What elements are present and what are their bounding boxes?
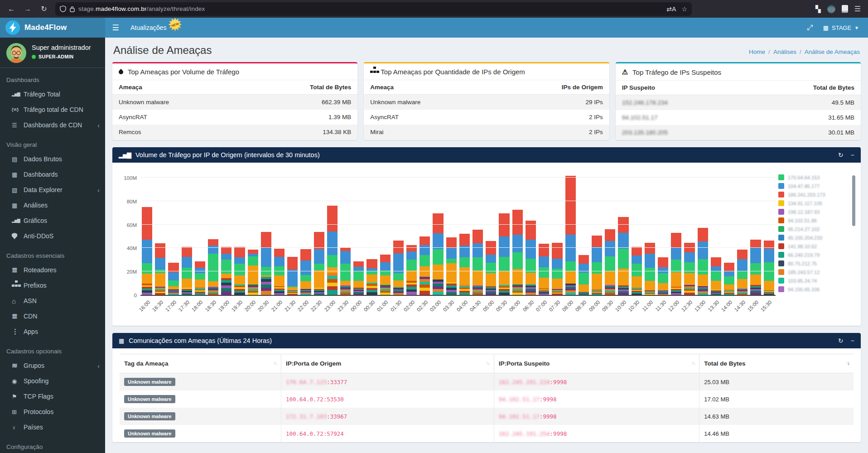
tracking-shield-icon[interactable] [60,5,66,12]
lock-icon[interactable] [70,6,75,12]
robot-extension-icon[interactable] [827,5,835,13]
collapse-icon[interactable]: − [851,337,854,344]
card-cell-name: Unknown malware [364,95,496,110]
legend-item[interactable]: 66.240.219.79 [778,252,850,258]
chart-bar-icon: ▂▅▇ [12,218,20,223]
browser-menu-icon[interactable]: ☰ [854,5,861,13]
legend-label: 198.12.187.93 [788,209,820,215]
url-text[interactable]: stage.made4flow.com.br/analyze/threat/in… [78,5,663,12]
chart-plot: 020M40M60M80M100M [140,173,776,296]
bar-segment [261,248,271,266]
bar-segment-other [327,286,338,290]
breadcrumb-home[interactable]: Home [749,48,765,55]
forward-icon[interactable]: → [21,3,34,15]
stacked-bar-15:00 [750,240,761,295]
legend-item[interactable]: 186.241.203.173 [778,192,850,198]
bar-segment-other [565,293,576,295]
table-row: Unknown malware100.64.0.72:57924162.245.… [120,425,854,442]
sidebar-item-dados-brutos[interactable]: ▤Dados Brutos [0,151,105,167]
legend-label: 94.156.65.106 [788,287,820,292]
legend-item[interactable]: 134.91.117.109 [778,200,850,206]
sidebar-toggle-icon[interactable]: ☰ [105,18,126,38]
brand-logo[interactable]: Made4Flow [0,18,105,38]
comms-column-header[interactable]: IP:Porta Suspeito↑↓ [494,354,699,373]
legend-item[interactable]: 94.156.65.106 [778,286,850,292]
sidebar-item-an-lises[interactable]: ▦Análises [0,198,105,213]
sidebar-item-dashboards-de-cdn[interactable]: ☰Dashboards de CDN‹ [0,117,105,133]
sidebar-item-label: Roteadores [24,266,56,274]
comms-column-header[interactable]: Tag da Ameaça↑↓ [120,354,281,373]
sidebar-item-dashboards[interactable]: ▦Dashboards [0,167,105,182]
sidebar-item-anti-ddos[interactable]: Anti-DDoS [0,228,105,244]
bar-segment-other [724,294,734,295]
sidebar-item-pa-ses[interactable]: ♁Países [0,419,105,435]
sidebar-item-gr-ficos[interactable]: ▂▅▇Gráficos [0,213,105,228]
bar-segment [737,271,747,279]
comms-column-header[interactable]: Total de Bytes↑↓ [699,354,854,373]
sidebar-item-prefixos[interactable]: Prefixos [0,278,105,293]
sidebar-item-apps[interactable]: ⋮Apps [0,324,105,339]
sidebar-item-data-explorer[interactable]: ▧Data Explorer‹ [0,182,105,198]
stacked-bar-07:30 [552,243,562,295]
sidebar-item-tr-fego-total[interactable]: ▂▅▇Tráfego Total [0,87,105,102]
legend-label: 95.214.27.102 [788,226,820,232]
sidebar-item-cdn[interactable]: ≣CDN [0,308,105,324]
bar-segment [711,271,721,281]
bar-segment [645,243,655,254]
legend-item[interactable]: 103.85.24.74 [778,278,850,284]
refresh-icon[interactable]: ↻ [838,151,844,159]
fullscreen-icon[interactable]: ⤢ [801,18,819,38]
legend-item[interactable]: 94.102.51.86 [778,217,850,223]
sidebar-item-roteadores[interactable]: ≣Roteadores [0,262,105,278]
made4flow-logo-icon [5,20,20,35]
bar-segment [340,281,351,285]
bar-segment-other [658,294,668,295]
stacked-bar-00:30 [366,259,377,295]
comms-column-header[interactable]: IP:Porta de Origem↑↓ [281,354,494,373]
collapse-icon[interactable]: − [851,151,854,159]
cell-suspect: 162.245.191.224:9998 [494,373,699,391]
bookmark-star-icon[interactable]: ☆ [681,5,687,13]
legend-item[interactable]: 104.47.86.177 [778,183,850,189]
user-name: Super administrador [32,44,91,51]
nav-atualizacoes[interactable]: Atualizações NEW [126,18,186,38]
sidebar-item-protocolos[interactable]: ⊞Protocolos [0,404,105,419]
breadcrumb-analises[interactable]: Análises [773,48,796,55]
reload-icon[interactable]: ↻ [37,3,51,15]
ip-address: 94.102.51.17 [499,396,540,403]
sidebar-item-tcp-flags[interactable]: ⚑TCP Flags [0,389,105,404]
grid-icon: ▦ [119,337,124,344]
translate-icon[interactable]: ⇄A [666,5,676,13]
sidebar: Super administrador SUPER-ADMIN Dashboar… [0,38,105,453]
sidebar-item-spoofing[interactable]: ◉Spoofing [0,373,105,389]
legend-item[interactable]: 80.75.212.75 [778,260,850,266]
bar-segment [314,270,324,288]
bar-segment [393,253,404,273]
legend-item[interactable]: 141.98.10.62 [778,243,850,249]
breadcrumb-current[interactable]: Análise de Ameaças [805,48,860,55]
legend-scrollbar[interactable] [852,175,855,226]
document-extension-icon[interactable] [842,5,848,13]
url-bar[interactable]: stage.made4flow.com.br/analyze/threat/in… [55,2,692,16]
legend-item[interactable]: 198.12.187.93 [778,209,850,215]
sidebar-item-tr-fego-total-de-cdn[interactable]: ('A')Tráfego total de CDN [0,102,105,117]
legend-item[interactable]: 170.64.64.153 [778,174,850,180]
legend-item[interactable]: 185.243.57.12 [778,269,850,275]
bar-segment [658,257,668,267]
table-row: Unknown malware100.64.0.72:5353094.102.5… [120,390,854,408]
qr-extension-icon[interactable]: ▚ [815,5,821,13]
legend-item[interactable]: 95.214.27.102 [778,226,850,232]
legend-swatch [778,226,784,232]
bar-segment [605,241,615,256]
cell-suspect: 94.102.51.17:9998 [494,408,699,425]
stacked-bar-00:00 [353,261,364,295]
environment-selector[interactable]: ▦ STAGE ▼ [820,24,862,31]
sidebar-item-asn[interactable]: ⌂ASN [0,293,105,308]
sidebar-item-grupos[interactable]: ≋Grupos‹ [0,358,105,373]
refresh-icon[interactable]: ↻ [838,337,844,344]
bar-segment-other [327,279,338,283]
legend-item[interactable]: 45.155.204.233 [778,235,850,241]
y-axis-label: 60M [118,222,137,228]
back-icon[interactable]: ← [5,3,18,15]
bar-segment [300,275,311,281]
